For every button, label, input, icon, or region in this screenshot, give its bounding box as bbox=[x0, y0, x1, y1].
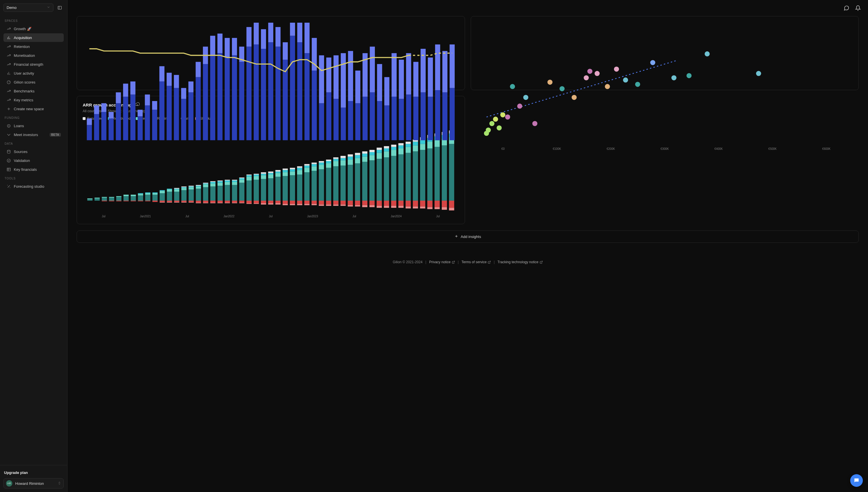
svg-rect-331 bbox=[341, 161, 346, 166]
sidebar-item-retention[interactable]: Retention bbox=[3, 42, 64, 51]
svg-rect-45 bbox=[167, 73, 172, 86]
svg-rect-284 bbox=[283, 170, 288, 172]
svg-rect-31 bbox=[116, 93, 121, 103]
help-chat-bubble[interactable] bbox=[850, 474, 863, 487]
svg-rect-290 bbox=[290, 169, 295, 172]
main: JulJan2021JulJan2022JulJan2023JulJan2024… bbox=[68, 0, 868, 492]
svg-rect-338 bbox=[348, 157, 353, 159]
sidebar-item-validation[interactable]: Validation bbox=[3, 156, 64, 165]
svg-line-9 bbox=[8, 81, 9, 82]
svg-rect-212 bbox=[196, 186, 201, 187]
workspace-switcher[interactable]: Demo bbox=[3, 3, 53, 12]
sidebar-item-user-activity[interactable]: User activity bbox=[3, 69, 64, 77]
sidebar-item-monetisation[interactable]: Monetisation bbox=[3, 51, 64, 60]
svg-rect-265 bbox=[261, 175, 266, 179]
sidebar-item-key-metrics[interactable]: Key metrics bbox=[3, 96, 64, 104]
svg-rect-424 bbox=[449, 201, 454, 208]
sidebar: Demo SPACES Growth 🚀AcquisitionRetention… bbox=[0, 0, 68, 492]
svg-rect-89 bbox=[326, 57, 331, 92]
sidebar-item-meet-investors[interactable]: Meet investorsBETA bbox=[3, 130, 64, 139]
svg-rect-44 bbox=[167, 86, 172, 140]
sidebar-item-gilion-scores[interactable]: Gilion scores bbox=[3, 78, 64, 87]
svg-rect-217 bbox=[203, 184, 208, 187]
add-insights-button[interactable]: Add insights bbox=[77, 230, 859, 243]
sidebar-item-create-new-space[interactable]: Create new space bbox=[3, 104, 64, 113]
svg-rect-198 bbox=[181, 190, 187, 201]
section-spaces-label: SPACES bbox=[3, 16, 64, 24]
svg-rect-319 bbox=[326, 163, 331, 168]
svg-rect-240 bbox=[232, 185, 237, 201]
svg-rect-281 bbox=[275, 203, 280, 205]
svg-rect-164 bbox=[123, 196, 129, 201]
svg-rect-219 bbox=[203, 183, 208, 184]
user-switcher[interactable]: HR Howard Riminton bbox=[3, 478, 64, 489]
axis-tick: Jul bbox=[333, 215, 375, 218]
svg-rect-109 bbox=[399, 60, 404, 99]
svg-rect-267 bbox=[261, 172, 266, 174]
collapse-sidebar-icon[interactable] bbox=[56, 4, 64, 12]
svg-rect-199 bbox=[181, 188, 187, 190]
bell-icon[interactable] bbox=[855, 5, 861, 11]
footer-link-privacy[interactable]: Privacy notice bbox=[429, 260, 455, 264]
sidebar-item-benchmarks[interactable]: Benchmarks bbox=[3, 87, 64, 95]
svg-rect-35 bbox=[130, 81, 135, 95]
upgrade-plan-link[interactable]: Upgrade plan bbox=[3, 469, 64, 478]
svg-point-138 bbox=[571, 95, 577, 100]
svg-rect-252 bbox=[247, 180, 252, 201]
svg-rect-396 bbox=[420, 150, 425, 201]
svg-rect-70 bbox=[261, 49, 266, 140]
sidebar-item-sources[interactable]: Sources bbox=[3, 147, 64, 156]
svg-point-126 bbox=[486, 127, 491, 132]
svg-rect-102 bbox=[377, 101, 382, 140]
svg-rect-98 bbox=[363, 97, 368, 140]
svg-rect-378 bbox=[398, 154, 403, 201]
sidebar-item-label: Benchmarks bbox=[14, 89, 34, 93]
svg-rect-92 bbox=[341, 108, 346, 140]
sidebar-item-key-financials[interactable]: Key financials bbox=[3, 165, 64, 174]
svg-rect-84 bbox=[312, 71, 317, 140]
svg-rect-349 bbox=[362, 157, 367, 162]
chat-icon[interactable] bbox=[843, 5, 850, 11]
svg-rect-311 bbox=[312, 204, 317, 205]
check-circle-icon bbox=[6, 158, 11, 163]
svg-rect-106 bbox=[392, 97, 397, 140]
sidebar-item-loans[interactable]: Loans bbox=[3, 121, 64, 130]
svg-rect-116 bbox=[428, 97, 433, 140]
svg-rect-310 bbox=[312, 201, 317, 204]
svg-rect-64 bbox=[239, 62, 244, 140]
svg-rect-87 bbox=[319, 55, 324, 103]
svg-rect-239 bbox=[225, 203, 230, 203]
top-charts-row: JulJan2021JulJan2022JulJan2023JulJan2024… bbox=[77, 16, 859, 90]
svg-rect-177 bbox=[145, 201, 150, 201]
svg-rect-353 bbox=[362, 205, 367, 207]
footer-link-terms[interactable]: Terms of service bbox=[462, 260, 491, 264]
svg-rect-121 bbox=[442, 51, 447, 93]
sidebar-item-acquisition[interactable]: Acquisition bbox=[3, 33, 64, 42]
sidebar-item-financial-strength[interactable]: Financial strength bbox=[3, 60, 64, 69]
svg-rect-354 bbox=[369, 161, 375, 201]
svg-rect-256 bbox=[247, 201, 252, 203]
svg-rect-213 bbox=[196, 185, 201, 186]
svg-rect-365 bbox=[377, 206, 382, 208]
svg-rect-258 bbox=[254, 180, 259, 201]
svg-rect-388 bbox=[405, 201, 411, 206]
svg-rect-232 bbox=[218, 201, 223, 203]
svg-rect-357 bbox=[369, 150, 375, 152]
svg-rect-363 bbox=[377, 148, 382, 150]
external-link-icon bbox=[488, 261, 491, 264]
svg-rect-376 bbox=[391, 201, 396, 206]
svg-rect-81 bbox=[297, 23, 302, 42]
scatter-chart bbox=[476, 23, 854, 146]
axis-tick: Jan2021 bbox=[125, 215, 167, 218]
chart-line-icon bbox=[6, 62, 11, 67]
svg-rect-326 bbox=[333, 159, 339, 161]
sidebar-item-growth[interactable]: Growth 🚀 bbox=[3, 24, 64, 33]
svg-rect-202 bbox=[181, 201, 187, 202]
footer-link-tracking[interactable]: Tracking technology notice bbox=[497, 260, 543, 264]
sidebar-item-forecasting-studio[interactable]: Forecasting studio bbox=[3, 182, 64, 191]
svg-rect-407 bbox=[427, 207, 432, 209]
svg-rect-342 bbox=[355, 163, 360, 201]
svg-rect-364 bbox=[377, 201, 382, 206]
svg-rect-154 bbox=[94, 198, 100, 199]
svg-rect-188 bbox=[167, 190, 172, 192]
